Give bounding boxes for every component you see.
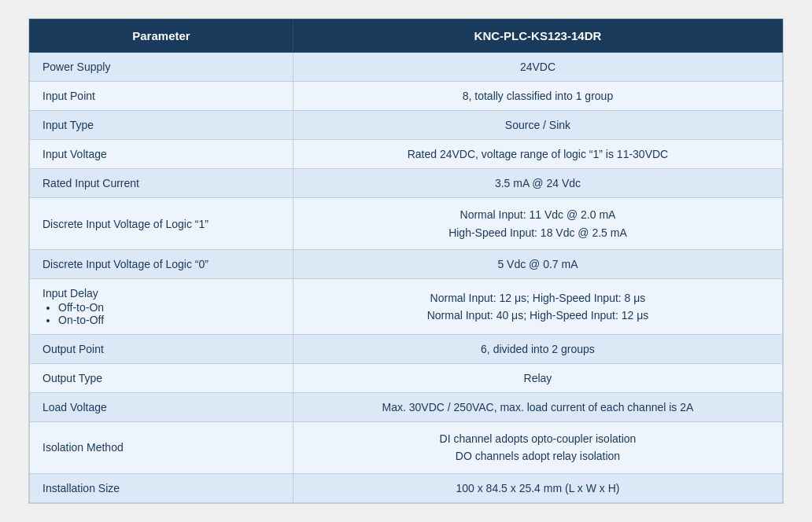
value-line: DO channels adopt relay isolation (456, 450, 620, 462)
table-row: Discrete Input Voltage of Logic “0”5 Vdc… (30, 250, 783, 279)
table-row: Isolation MethodDI channel adopts opto-c… (30, 422, 783, 474)
value-cell: 5 Vdc @ 0.7 mA (293, 250, 782, 279)
table-row: Input TypeSource / Sink (30, 111, 783, 140)
param-cell: Installation Size (30, 473, 293, 502)
param-label: Input Delay (42, 287, 98, 300)
table-header-row: Parameter KNC-PLC-KS123-14DR (30, 20, 783, 53)
value-line: Normal Input: 40 μs; High-Speed Input: 1… (427, 309, 649, 322)
value-cell: Relay (293, 364, 782, 393)
param-bullet: On-to-Off (58, 314, 280, 326)
value-cell: 6, divided into 2 groups (293, 335, 782, 364)
param-cell: Discrete Input Voltage of Logic “1” (30, 198, 293, 250)
value-line: DI channel adopts opto-coupler isolation (440, 432, 637, 445)
table-row: Input Point8, totally classified into 1 … (30, 82, 783, 111)
header-parameter: Parameter (30, 20, 293, 53)
param-cell: Input Point (30, 82, 293, 111)
param-cell: Power Supply (30, 53, 293, 82)
value-line: High-Speed Input: 18 Vdc @ 2.5 mA (448, 226, 627, 239)
value-cell: DI channel adopts opto-coupler isolation… (293, 422, 782, 474)
value-line: Normal Input: 12 μs; High-Speed Input: 8… (430, 292, 646, 304)
value-line: Normal Input: 11 Vdc @ 2.0 mA (460, 208, 616, 221)
value-cell: Normal Input: 12 μs; High-Speed Input: 8… (293, 279, 782, 335)
table-body: Power Supply24VDCInput Point8, totally c… (30, 53, 783, 503)
table-row: Discrete Input Voltage of Logic “1”Norma… (30, 198, 783, 250)
table-row: Input VoltageRated 24VDC, voltage range … (30, 140, 783, 169)
table-row: Load VoltageMax. 30VDC / 250VAC, max. lo… (30, 393, 783, 422)
table-row: Output TypeRelay (30, 364, 783, 393)
value-cell: 8, totally classified into 1 group (293, 82, 782, 111)
spec-table: Parameter KNC-PLC-KS123-14DR Power Suppl… (29, 19, 783, 503)
param-cell: Input Type (30, 111, 293, 140)
table-row: Rated Input Current3.5 mA @ 24 Vdc (30, 169, 783, 198)
value-cell: 24VDC (293, 53, 782, 82)
param-cell: Load Voltage (30, 393, 293, 422)
table-row: Installation Size100 x 84.5 x 25.4 mm (L… (30, 473, 783, 502)
param-cell: Input Voltage (30, 140, 293, 169)
table-row: Output Point6, divided into 2 groups (30, 335, 783, 364)
spec-table-container: Parameter KNC-PLC-KS123-14DR Power Suppl… (28, 18, 784, 504)
value-cell: Max. 30VDC / 250VAC, max. load current o… (293, 393, 782, 422)
value-cell: 100 x 84.5 x 25.4 mm (L x W x H) (293, 473, 782, 502)
param-cell: Input DelayOff-to-OnOn-to-Off (30, 279, 293, 335)
value-cell: 3.5 mA @ 24 Vdc (293, 169, 782, 198)
value-cell: Rated 24VDC, voltage range of logic “1” … (293, 140, 782, 169)
param-cell: Discrete Input Voltage of Logic “0” (30, 250, 293, 279)
param-bullet: Off-to-On (58, 301, 280, 314)
table-row: Power Supply24VDC (30, 53, 783, 82)
param-cell: Output Type (30, 364, 293, 393)
header-model: KNC-PLC-KS123-14DR (293, 20, 782, 53)
param-cell: Isolation Method (30, 422, 293, 474)
table-row: Input DelayOff-to-OnOn-to-OffNormal Inpu… (30, 279, 783, 335)
param-cell: Output Point (30, 335, 293, 364)
value-cell: Source / Sink (293, 111, 782, 140)
param-cell: Rated Input Current (30, 169, 293, 198)
value-cell: Normal Input: 11 Vdc @ 2.0 mAHigh-Speed … (293, 198, 782, 250)
